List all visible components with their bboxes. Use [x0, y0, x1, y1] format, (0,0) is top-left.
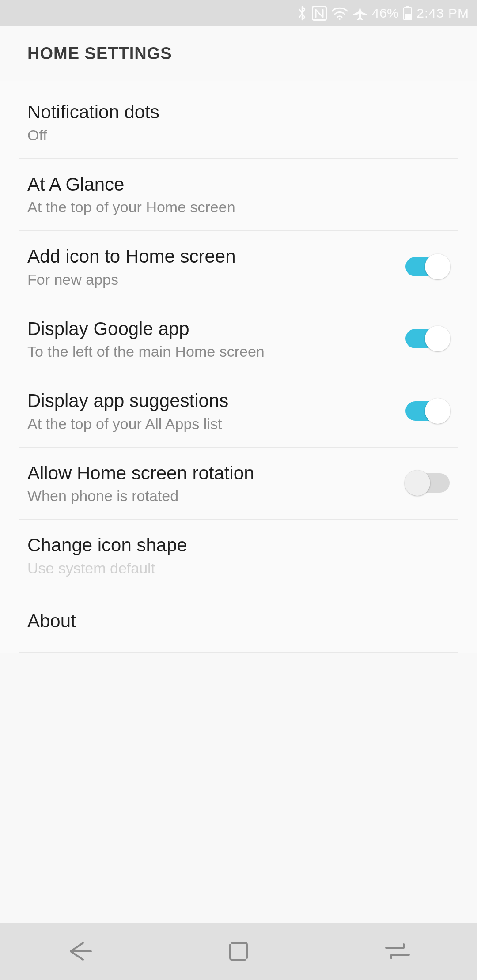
setting-at-a-glance[interactable]: At A Glance At the top of your Home scre…	[0, 159, 477, 231]
setting-title: Change icon shape	[27, 534, 450, 557]
airplane-icon	[352, 6, 367, 21]
setting-subtitle: When phone is rotated	[27, 487, 405, 505]
setting-allow-rotation[interactable]: Allow Home screen rotation When phone is…	[0, 448, 477, 520]
setting-title: Display Google app	[27, 317, 405, 341]
clock: 2:43 PM	[416, 6, 469, 21]
setting-display-app-suggestions[interactable]: Display app suggestions At the top of yo…	[0, 375, 477, 448]
home-icon	[227, 940, 250, 962]
page-title: HOME SETTINGS	[27, 44, 172, 63]
battery-icon	[403, 6, 412, 20]
svg-point-1	[339, 18, 341, 20]
setting-display-google-app[interactable]: Display Google app To the left of the ma…	[0, 303, 477, 376]
svg-rect-4	[405, 14, 411, 19]
setting-subtitle: For new apps	[27, 271, 405, 288]
setting-title: About	[27, 610, 450, 633]
toggle-add-icon-home[interactable]	[405, 254, 450, 279]
setting-title: Allow Home screen rotation	[27, 462, 405, 485]
setting-subtitle: At the top of your Home screen	[27, 199, 450, 216]
setting-title: At A Glance	[27, 173, 450, 196]
wifi-icon	[331, 7, 348, 20]
toggle-display-google-app[interactable]	[405, 326, 450, 351]
setting-title: Display app suggestions	[27, 389, 405, 413]
setting-subtitle: Use system default	[27, 560, 450, 577]
setting-change-icon-shape[interactable]: Change icon shape Use system default	[0, 520, 477, 592]
nav-recents-button[interactable]	[353, 942, 442, 961]
toggle-display-app-suggestions[interactable]	[405, 398, 450, 424]
nav-home-button[interactable]	[194, 940, 283, 962]
setting-subtitle: At the top of your All Apps list	[27, 415, 405, 433]
setting-add-icon-home[interactable]: Add icon to Home screen For new apps	[0, 231, 477, 303]
setting-subtitle: Off	[27, 127, 450, 144]
recents-icon	[383, 942, 412, 961]
setting-subtitle: To the left of the main Home screen	[27, 343, 405, 360]
back-icon	[65, 940, 94, 962]
nav-back-button[interactable]	[35, 940, 124, 962]
settings-list: Notification dots Off At A Glance At the…	[0, 81, 477, 653]
setting-about[interactable]: About	[0, 592, 477, 653]
setting-title: Add icon to Home screen	[27, 245, 405, 268]
page-header: HOME SETTINGS	[0, 26, 477, 81]
toggle-allow-rotation[interactable]	[405, 470, 450, 496]
nav-bar	[0, 923, 477, 980]
status-bar: 46% 2:43 PM	[0, 0, 477, 26]
setting-notification-dots[interactable]: Notification dots Off	[0, 81, 477, 159]
battery-percent: 46%	[372, 6, 399, 21]
nfc-icon	[312, 6, 327, 21]
bluetooth-icon	[297, 5, 307, 21]
setting-title: Notification dots	[27, 101, 450, 124]
